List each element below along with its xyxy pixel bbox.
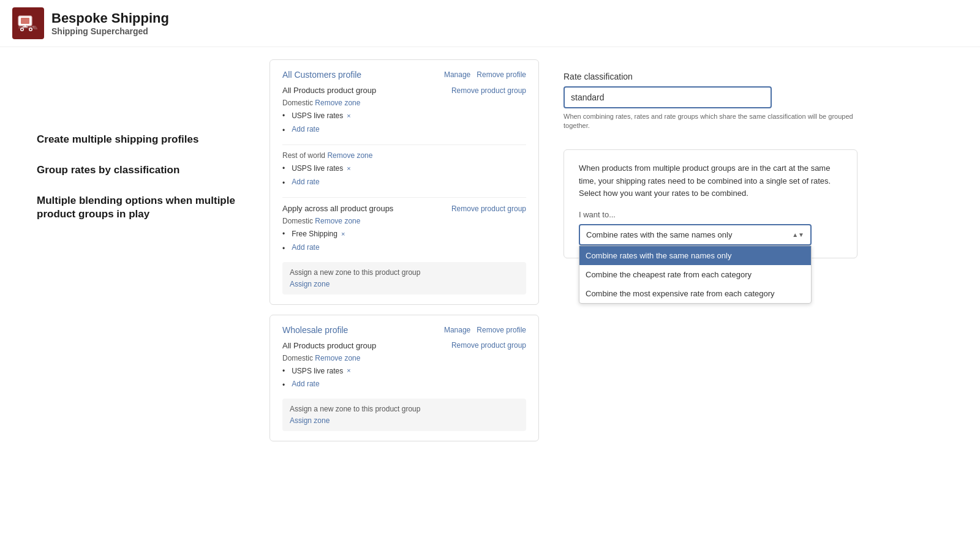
logo-text: Bespoke Shipping Shipping Supercharged	[51, 10, 169, 36]
zone-rest-world-1: Rest of world Remove zone USPS live rate…	[282, 151, 526, 191]
add-rate-link-domestic-2[interactable]: Add rate	[292, 241, 319, 255]
assign-zone-link-2[interactable]: Assign zone	[290, 416, 330, 425]
list-item: Add rate	[282, 176, 526, 192]
list-item: Add rate	[282, 123, 526, 139]
product-group-header-1: All Products product group Remove produc…	[282, 86, 526, 95]
list-item: USPS live rates ×	[282, 110, 526, 123]
manage-link-2[interactable]: Manage	[444, 326, 470, 334]
product-group-name-3: All Products product group	[282, 341, 376, 350]
rate-classification-label: Rate classification	[564, 72, 956, 81]
list-item: Add rate	[282, 378, 526, 394]
header: Bespoke Shipping Shipping Supercharged	[0, 0, 980, 47]
zone-domestic-2: Domestic Remove zone Free Shipping × Add…	[282, 217, 526, 257]
product-group-1: All Products product group Remove produc…	[282, 86, 526, 191]
rate-list-domestic-3: USPS live rates × Add rate	[282, 365, 526, 394]
feature-group-rates: Group rates by classification	[37, 163, 245, 177]
manage-link-1[interactable]: Manage	[444, 70, 470, 79]
main-content: Create multiple shipping profiles Group …	[0, 47, 980, 550]
assign-zone-box-1: Assign a new zone to this product group …	[282, 262, 526, 294]
product-group-name-2: Apply across all product groups	[282, 204, 393, 213]
svg-rect-10	[18, 26, 34, 29]
zone-label-domestic-2: Domestic Remove zone	[282, 217, 526, 225]
add-rate-link-rest-1[interactable]: Add rate	[292, 176, 319, 189]
remove-rate-x-domestic-3[interactable]: ×	[347, 365, 350, 377]
profile-actions-2: Manage Remove profile	[444, 326, 526, 334]
logo-icon	[12, 7, 44, 39]
combining-desc: When products from multiple product grou…	[579, 162, 842, 200]
remove-profile-link-2[interactable]: Remove profile	[477, 326, 526, 334]
profile-header-1: All Customers profile Manage Remove prof…	[282, 70, 526, 80]
dropdown-option-2[interactable]: Combine the cheapest rate from each cate…	[579, 265, 811, 284]
product-group-name-1: All Products product group	[282, 86, 376, 95]
i-want-label: I want to...	[579, 210, 842, 219]
profile-header-2: Wholesale profile Manage Remove profile	[282, 325, 526, 335]
profile-name-2: Wholesale profile	[282, 325, 348, 335]
combine-select-value: Combine rates with the same names only	[586, 230, 732, 239]
center-panel: All Customers profile Manage Remove prof…	[270, 59, 539, 550]
rate-classification-input[interactable]	[564, 86, 772, 108]
svg-rect-2	[21, 18, 29, 24]
product-group-header-3: All Products product group Remove produc…	[282, 341, 526, 350]
remove-zone-domestic-1[interactable]: Remove zone	[315, 99, 360, 107]
chevron-down-icon: ▲▼	[792, 231, 804, 238]
profile-name-1: All Customers profile	[282, 70, 361, 80]
combine-dropdown: Combine rates with the same names only C…	[579, 246, 812, 304]
product-group-header-2: Apply across all product groups Remove p…	[282, 204, 526, 213]
dropdown-option-1[interactable]: Combine rates with the same names only	[579, 246, 811, 265]
rate-list-domestic-1: USPS live rates × Add rate	[282, 110, 526, 138]
remove-rate-x-1[interactable]: ×	[347, 110, 350, 122]
assign-zone-box-2: Assign a new zone to this product group …	[282, 399, 526, 431]
left-panel: Create multiple shipping profiles Group …	[0, 59, 270, 550]
add-rate-link-domestic-3[interactable]: Add rate	[292, 378, 319, 391]
remove-profile-link-1[interactable]: Remove profile	[477, 70, 526, 79]
product-group-2: Apply across all product groups Remove p…	[282, 204, 526, 294]
feature-blending-options: Multiple blending options when multiple …	[37, 194, 245, 221]
zone-label-rest-1: Rest of world Remove zone	[282, 151, 526, 160]
assign-zone-label-1: Assign a new zone to this product group	[290, 268, 519, 277]
combine-select-wrapper: Combine rates with the same names only ▲…	[579, 224, 812, 246]
zone-label-domestic-1: Domestic Remove zone	[282, 99, 526, 107]
combine-select[interactable]: Combine rates with the same names only ▲…	[579, 224, 812, 246]
remove-rate-x-rest-1[interactable]: ×	[347, 163, 350, 175]
combining-section: When products from multiple product grou…	[564, 149, 858, 258]
dropdown-option-3[interactable]: Combine the most expensive rate from eac…	[579, 284, 811, 303]
remove-rate-x-domestic-2[interactable]: ×	[341, 228, 345, 241]
list-item: Add rate	[282, 241, 526, 257]
remove-zone-domestic-2[interactable]: Remove zone	[315, 217, 360, 225]
feature-create-profiles: Create multiple shipping profiles	[37, 133, 245, 146]
remove-product-group-1[interactable]: Remove product group	[451, 86, 526, 95]
remove-product-group-2[interactable]: Remove product group	[451, 204, 526, 213]
profile-card-1: All Customers profile Manage Remove prof…	[270, 59, 539, 305]
assign-zone-label-2: Assign a new zone to this product group	[290, 405, 519, 413]
remove-product-group-3[interactable]: Remove product group	[451, 341, 526, 350]
divider-2	[282, 197, 526, 198]
rate-classification-section: Rate classification When combining rates…	[564, 72, 956, 131]
zone-label-domestic-3: Domestic Remove zone	[282, 354, 526, 362]
rate-list-domestic-2: Free Shipping × Add rate	[282, 228, 526, 257]
divider-1	[282, 144, 526, 145]
zone-domestic-1: Domestic Remove zone USPS live rates × A…	[282, 99, 526, 138]
remove-zone-domestic-3[interactable]: Remove zone	[315, 354, 360, 362]
product-group-3: All Products product group Remove produc…	[282, 341, 526, 431]
list-item: USPS live rates ×	[282, 365, 526, 378]
logo-subtitle: Shipping Supercharged	[51, 26, 169, 36]
rate-classification-helper: When combining rates, rates and rate gro…	[564, 112, 858, 131]
zone-domestic-3: Domestic Remove zone USPS live rates × A…	[282, 354, 526, 394]
assign-zone-link-1[interactable]: Assign zone	[290, 280, 330, 288]
profile-actions-1: Manage Remove profile	[444, 70, 526, 79]
right-panel: Rate classification When combining rates…	[539, 59, 980, 550]
add-rate-link-domestic-1[interactable]: Add rate	[292, 123, 319, 137]
list-item: USPS live rates ×	[282, 162, 526, 176]
rate-list-rest-1: USPS live rates × Add rate	[282, 162, 526, 191]
list-item: Free Shipping ×	[282, 228, 526, 241]
profile-card-2: Wholesale profile Manage Remove profile …	[270, 315, 539, 441]
remove-zone-rest-1[interactable]: Remove zone	[327, 151, 372, 160]
logo-title: Bespoke Shipping	[51, 10, 169, 26]
